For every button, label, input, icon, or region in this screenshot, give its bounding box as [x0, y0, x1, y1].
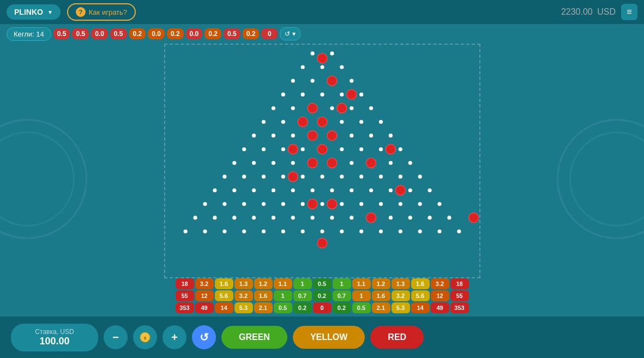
- chevron-down-icon: ▼: [47, 9, 53, 15]
- svg-point-25: [359, 120, 363, 124]
- svg-point-1: [330, 51, 334, 55]
- svg-point-46: [271, 161, 275, 165]
- svg-point-18: [350, 106, 353, 110]
- svg-point-4: [340, 65, 344, 69]
- svg-point-93: [252, 216, 256, 219]
- mt-cell: 49: [195, 302, 214, 313]
- svg-point-65: [213, 188, 216, 192]
- bet-area: Ставка, USD 100.00: [11, 324, 98, 351]
- mt-cell: 5.6: [411, 290, 430, 301]
- svg-point-98: [350, 216, 353, 219]
- svg-point-85: [359, 202, 363, 206]
- history-chevron: ▾: [292, 30, 296, 38]
- coin-button[interactable]: $: [133, 325, 157, 349]
- svg-point-86: [378, 202, 382, 206]
- mt-cell: 1.2: [372, 278, 390, 289]
- svg-point-2: [300, 65, 304, 69]
- svg-point-17: [330, 106, 334, 110]
- mult-table-row-2: 55 12 5.6 3.2 1.6 1 0.7 0.2 0.7 1 1.6 3.…: [164, 290, 480, 301]
- svg-point-102: [428, 216, 431, 219]
- game-selector[interactable]: PLINKO ▼: [7, 4, 61, 20]
- svg-point-90: [193, 216, 197, 219]
- svg-point-130: [386, 145, 395, 154]
- mt-cell: 1: [352, 290, 371, 301]
- mult-pill-12: 0: [261, 28, 278, 39]
- svg-point-24: [340, 120, 344, 124]
- svg-point-113: [359, 229, 363, 233]
- svg-point-138: [317, 238, 327, 248]
- mult-pill-8: 0.0: [186, 28, 203, 39]
- how-to-play-button[interactable]: ? Как играть?: [67, 3, 136, 21]
- svg-point-21: [281, 120, 285, 124]
- yellow-button[interactable]: YELLOW: [293, 326, 365, 349]
- mt-cell: 1.6: [411, 278, 430, 289]
- mt-cell: 0.2: [313, 290, 332, 301]
- svg-point-28: [271, 134, 275, 138]
- svg-point-96: [310, 216, 314, 219]
- mt-cell: 1: [274, 290, 292, 301]
- mt-cell: 0.2: [293, 302, 312, 313]
- svg-point-74: [388, 188, 392, 192]
- svg-point-105: [203, 229, 207, 233]
- mult-table-row-3: 353 49 14 5.3 2.1 0.5 0.2 0 0.2 0.5 2.1 …: [164, 302, 480, 313]
- header: PLINKO ▼ ? Как играть? 2230.00 USD ≡: [0, 0, 644, 24]
- mt-cell: 14: [411, 302, 430, 313]
- mt-cell: 0.5: [313, 278, 332, 289]
- mult-pill-2: 0.5: [72, 28, 89, 39]
- history-button[interactable]: ↺ ▾: [280, 27, 300, 40]
- mt-cell: 12: [431, 290, 449, 301]
- svg-point-88: [418, 202, 422, 206]
- how-to-play-label: Как играть?: [89, 8, 127, 16]
- mt-cell: 1: [333, 278, 351, 289]
- svg-point-11: [320, 93, 324, 97]
- svg-point-139: [366, 213, 376, 223]
- svg-point-128: [288, 145, 298, 154]
- mt-cell: 3.2: [234, 290, 253, 301]
- svg-point-59: [320, 175, 324, 178]
- svg-point-72: [350, 188, 353, 192]
- svg-point-81: [281, 202, 285, 206]
- mt-cell: 55: [450, 290, 469, 301]
- svg-point-58: [300, 175, 304, 178]
- svg-point-3: [320, 65, 324, 69]
- mt-cell: 3.2: [431, 278, 449, 289]
- svg-point-120: [327, 76, 336, 86]
- svg-point-61: [359, 175, 363, 178]
- svg-point-45: [252, 161, 256, 165]
- menu-button[interactable]: ≡: [621, 4, 637, 20]
- svg-point-77: [203, 202, 207, 206]
- game-area: 18 3.2 1.6 1.3 1.2 1.1 1 0.5 1 1.1 1.2 1…: [98, 44, 546, 314]
- red-button[interactable]: RED: [370, 326, 424, 349]
- svg-point-33: [369, 134, 373, 138]
- mult-pill-6: 0.0: [148, 28, 165, 39]
- svg-point-8: [350, 79, 353, 83]
- green-button[interactable]: GREEN: [221, 326, 287, 349]
- svg-point-114: [378, 229, 382, 233]
- svg-point-53: [408, 161, 412, 165]
- svg-point-89: [437, 202, 441, 206]
- mt-cell: 1.3: [392, 278, 410, 289]
- svg-point-40: [340, 147, 344, 151]
- svg-point-60: [340, 175, 344, 178]
- svg-point-109: [281, 229, 285, 233]
- bet-plus-button[interactable]: +: [162, 325, 186, 349]
- svg-point-78: [222, 202, 226, 206]
- refresh-button[interactable]: ↺: [192, 325, 216, 349]
- svg-point-97: [330, 216, 334, 219]
- mt-cell: 0.5: [274, 302, 292, 313]
- svg-point-19: [369, 106, 373, 110]
- svg-point-13: [359, 93, 363, 97]
- svg-point-126: [327, 130, 336, 140]
- svg-point-71: [330, 188, 334, 192]
- svg-point-50: [350, 161, 353, 165]
- svg-point-101: [408, 216, 412, 219]
- svg-point-112: [340, 229, 344, 233]
- svg-point-131: [308, 158, 317, 168]
- svg-point-14: [271, 106, 275, 110]
- bet-minus-button[interactable]: −: [104, 325, 128, 349]
- svg-point-63: [398, 175, 402, 178]
- mt-cell: 0: [313, 302, 332, 313]
- svg-point-121: [346, 90, 356, 99]
- svg-point-87: [398, 202, 402, 206]
- svg-point-41: [359, 147, 363, 151]
